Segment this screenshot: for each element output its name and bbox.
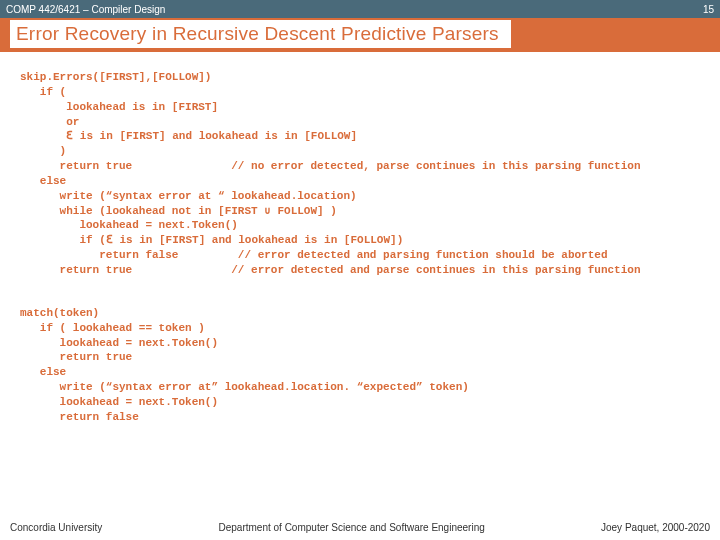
footer: Concordia University Department of Compu… [0,518,720,540]
slide-title: Error Recovery in Recursive Descent Pred… [10,20,511,50]
slide-body: skip.Errors([FIRST],[FOLLOW]) if ( looka… [0,52,720,518]
title-bar: Error Recovery in Recursive Descent Pred… [0,18,720,52]
slide: COMP 442/6421 – Compiler Design 15 Error… [0,0,720,540]
top-bar: COMP 442/6421 – Compiler Design 15 [0,0,720,18]
footer-right: Joey Paquet, 2000-2020 [601,522,710,533]
code-block-skiperrors: skip.Errors([FIRST],[FOLLOW]) if ( looka… [20,70,712,278]
code-block-match: match(token) if ( lookahead == token ) l… [20,306,712,425]
footer-left: Concordia University [10,522,102,533]
course-label: COMP 442/6421 – Compiler Design [6,4,165,15]
page-number: 15 [703,4,714,15]
footer-center: Department of Computer Science and Softw… [219,522,485,533]
